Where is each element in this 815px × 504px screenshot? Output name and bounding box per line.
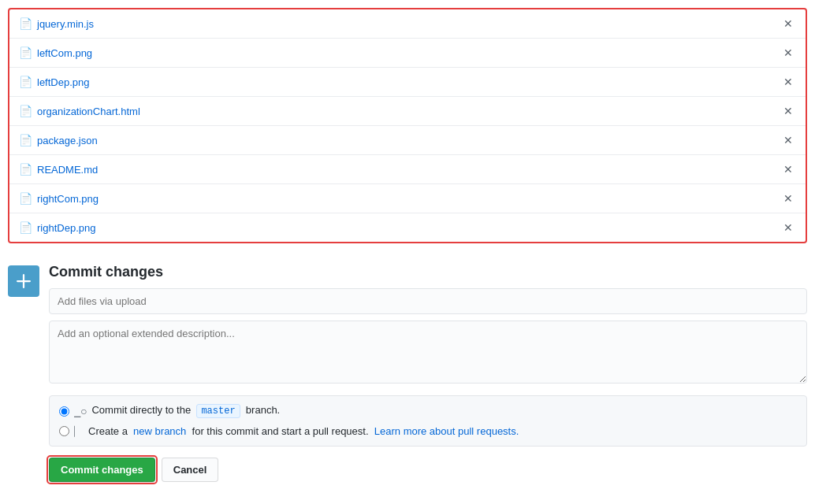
file-name: README.md <box>37 164 98 176</box>
radio-option-branch: ⎸ Create a new branch for this commit an… <box>59 424 797 438</box>
radio-new-branch[interactable] <box>59 426 69 436</box>
radio-branch-text-after: for this commit and start a pull request… <box>192 425 369 437</box>
file-name: leftDep.png <box>37 76 90 88</box>
file-item-left: 📄 organizationChart.html <box>19 105 140 117</box>
branch-icon: ⎸ <box>74 424 84 438</box>
file-name: rightCom.png <box>37 193 99 205</box>
commit-changes-button[interactable]: Commit changes <box>49 458 155 482</box>
file-item: 📄 leftDep.png ✕ <box>9 68 806 97</box>
file-item-left: 📄 leftCom.png <box>19 46 92 59</box>
file-item: 📄 leftCom.png ✕ <box>9 39 806 68</box>
action-buttons: Commit changes Cancel <box>49 458 807 482</box>
file-name: organizationChart.html <box>37 106 140 117</box>
branch-badge: master <box>196 404 240 418</box>
file-name: leftCom.png <box>37 47 92 59</box>
file-icon: 📄 <box>19 192 32 205</box>
radio-branch-label[interactable]: Create a new branch for this commit and … <box>88 425 519 437</box>
radio-direct-text-before: Commit directly to the <box>91 404 191 416</box>
commit-section: Commit changes ⎯○ Commit directly to the… <box>8 256 807 490</box>
learn-more-link[interactable]: Learn more about pull requests. <box>374 425 519 437</box>
file-close-button[interactable]: ✕ <box>780 132 796 148</box>
plus-icon <box>14 272 33 291</box>
radio-options-container: ⎯○ Commit directly to the master branch.… <box>49 395 807 447</box>
file-icon: 📄 <box>19 163 32 176</box>
commit-title: Commit changes <box>49 264 807 280</box>
file-item-left: 📄 rightCom.png <box>19 192 99 205</box>
file-close-button[interactable]: ✕ <box>780 161 796 177</box>
file-name: package.json <box>37 135 98 146</box>
file-item: 📄 rightCom.png ✕ <box>9 184 806 213</box>
commit-button-wrapper: Commit changes <box>49 458 155 482</box>
page-wrapper: 📄 jquery.min.js ✕ 📄 leftCom.png ✕ 📄 left… <box>0 0 815 504</box>
file-item-left: 📄 rightDep.png <box>19 221 95 234</box>
file-item: 📄 rightDep.png ✕ <box>9 213 806 242</box>
file-item: 📄 organizationChart.html ✕ <box>9 97 806 126</box>
file-close-button[interactable]: ✕ <box>780 45 796 61</box>
file-close-button[interactable]: ✕ <box>780 16 796 32</box>
file-item-left: 📄 leftDep.png <box>19 76 90 88</box>
cancel-button[interactable]: Cancel <box>162 458 219 482</box>
file-icon: 📄 <box>19 76 32 88</box>
file-close-button[interactable]: ✕ <box>780 220 796 235</box>
file-item: 📄 README.md ✕ <box>9 155 806 184</box>
file-close-button[interactable]: ✕ <box>780 191 796 206</box>
file-icon: 📄 <box>19 17 32 30</box>
file-list-container: 📄 jquery.min.js ✕ 📄 leftCom.png ✕ 📄 left… <box>8 8 807 243</box>
radio-branch-text-before: Create a <box>88 425 128 437</box>
radio-direct-label[interactable]: Commit directly to the master branch. <box>91 404 280 418</box>
radio-option-direct: ⎯○ Commit directly to the master branch. <box>59 404 797 418</box>
file-item-left: 📄 package.json <box>19 134 98 146</box>
commit-description-input[interactable] <box>49 321 807 384</box>
commit-message-input[interactable] <box>49 288 807 314</box>
file-name: jquery.min.js <box>37 18 94 30</box>
file-icon: 📄 <box>19 46 32 59</box>
file-icon: 📄 <box>19 221 32 234</box>
radio-direct-commit[interactable] <box>59 406 69 417</box>
user-avatar <box>8 265 39 297</box>
file-item-left: 📄 README.md <box>19 163 98 176</box>
file-close-button[interactable]: ✕ <box>780 103 796 119</box>
commit-form: Commit changes ⎯○ Commit directly to the… <box>49 264 807 482</box>
file-item-left: 📄 jquery.min.js <box>19 17 94 30</box>
file-icon: 📄 <box>19 105 32 117</box>
radio-direct-text-after: branch. <box>246 404 280 416</box>
file-close-button[interactable]: ✕ <box>780 74 796 90</box>
file-item: 📄 jquery.min.js ✕ <box>9 9 806 39</box>
file-icon: 📄 <box>19 134 32 146</box>
file-name: rightDep.png <box>37 222 95 234</box>
commit-icon: ⎯○ <box>74 405 87 417</box>
file-item: 📄 package.json ✕ <box>9 126 806 155</box>
new-branch-link[interactable]: new branch <box>133 425 186 437</box>
